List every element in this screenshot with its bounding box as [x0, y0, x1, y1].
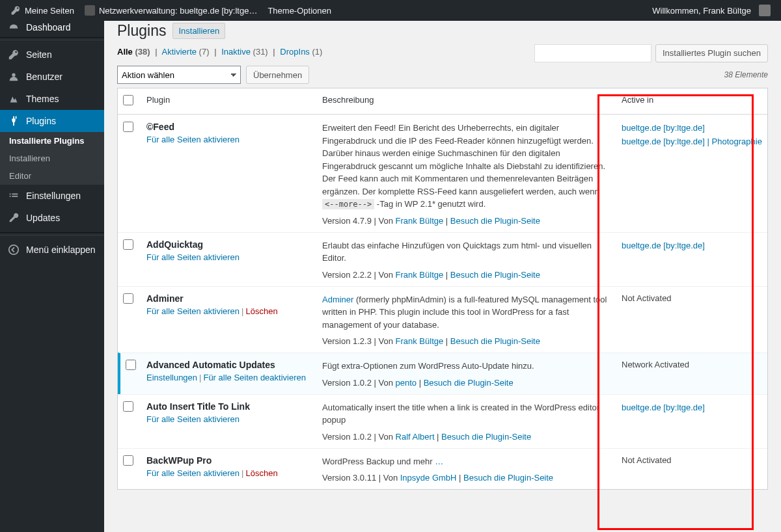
table-row: Advanced Automatic UpdatesEinstellungen|… [118, 352, 767, 394]
active-site-link[interactable]: bueltge.de [by:ltge.de] [622, 122, 762, 135]
avatar [759, 5, 771, 16]
active-in-cell: Network Activated [616, 352, 767, 394]
select-all-checkbox[interactable] [123, 95, 133, 105]
network-admin-link[interactable]: Netzwerkverwaltung: bueltge.de [by:ltge… [79, 0, 263, 21]
account-link[interactable]: Willkommen, Frank Bültge [647, 0, 776, 21]
sidebar-item-einstellungen[interactable]: Einstellungen [0, 185, 104, 207]
plugin-meta: Version 1.0.2 | Von Ralf Albert | Besuch… [322, 432, 611, 442]
key-icon [10, 5, 21, 16]
sidebar-benutzer-label: Benutzer [26, 72, 62, 82]
row-action-link[interactable]: Für alle Seiten aktivieren [146, 414, 240, 424]
submenu-install[interactable]: Installieren [0, 150, 104, 167]
row-action-link[interactable]: Für alle Seiten aktivieren [146, 306, 240, 316]
row-checkbox[interactable] [123, 401, 133, 412]
active-site-link[interactable]: bueltge.de [by:ltge.de] | Photographie [622, 135, 762, 149]
svg-point-0 [9, 245, 18, 254]
submenu-installed-plugins[interactable]: Installierte Plugins [0, 132, 104, 150]
dashboard-icon [8, 21, 20, 33]
plugin-icon [8, 115, 20, 127]
col-description: Beschreibung [317, 88, 616, 114]
author-link[interactable]: Frank Bültge [396, 270, 444, 280]
row-action-link[interactable]: Löschen [245, 468, 277, 478]
plugin-meta: Version 1.0.2 | Von pento | Besuch die P… [322, 378, 611, 388]
row-checkbox[interactable] [123, 239, 133, 250]
plugin-description: Erlaubt das einfache Hinzufügen von Quic… [322, 239, 611, 265]
sidebar-item-benutzer[interactable]: Benutzer [0, 66, 104, 88]
table-row: AdminerFür alle Seiten aktivieren|Lösche… [118, 286, 767, 353]
plugin-search-button[interactable]: Installiertes Plugin suchen [655, 44, 768, 62]
my-sites-label: Meine Seiten [25, 6, 74, 16]
wrench-icon [8, 212, 20, 224]
plugin-description: Automatically insert the title when a li… [322, 401, 611, 427]
my-sites-link[interactable]: Meine Seiten [5, 0, 79, 21]
row-checkbox[interactable] [123, 122, 133, 132]
network-admin-label: Netzwerkverwaltung: bueltge.de [by:ltge… [99, 6, 258, 16]
submenu-editor[interactable]: Editor [0, 167, 104, 185]
theme-options-link[interactable]: Theme-Optionen [262, 0, 336, 21]
row-action-link[interactable]: Löschen [245, 306, 277, 316]
visit-plugin-link[interactable]: Besuch die Plugin-Seite [450, 336, 540, 346]
plugin-meta: Version 1.2.3 | Von Frank Bültge | Besuc… [322, 336, 611, 346]
page-title: Plugins [117, 22, 166, 40]
sidebar-item-themes[interactable]: Themes [0, 88, 104, 110]
row-action-link[interactable]: Einstellungen [146, 373, 197, 382]
sidebar-themes-label: Themes [26, 94, 59, 104]
sidebar-updates-label: Updates [26, 213, 60, 223]
apply-button[interactable]: Übernehmen [246, 66, 309, 84]
row-action-link[interactable]: Für alle Seiten aktivieren [146, 468, 240, 478]
sidebar-item-plugins[interactable]: Plugins [0, 110, 104, 132]
active-in-cell: bueltge.de [by:ltge.de]bueltge.de [by:lt… [616, 114, 767, 232]
welcome-label: Willkommen, Frank Bültge [652, 6, 751, 16]
visit-plugin-link[interactable]: Besuch die Plugin-Seite [450, 270, 540, 280]
table-row: BackWPup ProFür alle Seiten aktivieren|L… [118, 448, 767, 490]
add-new-button[interactable]: Installieren [172, 23, 225, 39]
collapse-icon [8, 244, 20, 256]
active-status: Not Activated [622, 293, 762, 303]
visit-plugin-link[interactable]: Besuch die Plugin-Seite [463, 473, 553, 483]
visit-plugin-link[interactable]: Besuch die Plugin-Seite [424, 378, 514, 388]
col-plugin: Plugin [141, 88, 317, 114]
row-action-link[interactable]: Für alle Seiten aktivieren [146, 252, 240, 262]
desc-more-link[interactable]: … [435, 457, 443, 466]
row-checkbox[interactable] [126, 360, 136, 370]
plugins-submenu: Installierte Plugins Installieren Editor [0, 132, 104, 185]
filter-active[interactable]: Aktivierte (7) [162, 47, 210, 57]
plugin-description: Adminer (formerly phpMinAdmin) is a full… [322, 293, 611, 332]
row-checkbox[interactable] [123, 455, 133, 466]
visit-plugin-link[interactable]: Besuch die Plugin-Seite [450, 216, 540, 226]
bulk-action-select[interactable]: Aktion wählen [117, 66, 241, 84]
filter-links: Alle (38) | Aktivierte (7) | Inaktive (3… [117, 47, 322, 57]
sidebar-item-seiten[interactable]: Seiten [0, 44, 104, 66]
author-link[interactable]: pento [396, 378, 417, 388]
plugin-description: WordPress Backup und mehr … [322, 455, 611, 468]
visit-plugin-link[interactable]: Besuch die Plugin-Seite [441, 432, 531, 442]
plugin-name: BackWPup Pro [146, 455, 312, 466]
row-action-link[interactable]: Für alle Seiten aktivieren [146, 135, 240, 144]
row-action-link[interactable]: Für alle Seiten deaktivieren [203, 373, 306, 382]
row-actions: Für alle Seiten aktivieren [146, 252, 312, 262]
settings-icon [8, 190, 20, 202]
plugin-name: Adminer [146, 293, 312, 304]
author-link[interactable]: Inpsyde GmbH [400, 473, 457, 483]
filter-inactive[interactable]: Inaktive (31) [221, 47, 268, 57]
author-link[interactable]: Ralf Albert [396, 432, 435, 442]
plugin-description: Erweitert den Feed! Ein Bericht des Urhe… [322, 122, 611, 211]
filter-all[interactable]: Alle (38) [117, 47, 150, 57]
author-link[interactable]: Frank Bültge [396, 216, 444, 226]
active-site-link[interactable]: bueltge.de [by:ltge.de] [622, 401, 762, 415]
sidebar-plugins-label: Plugins [26, 116, 56, 126]
row-actions: Für alle Seiten aktivieren [146, 135, 312, 144]
col-active-in: Active in [616, 88, 767, 114]
author-link[interactable]: Frank Bültge [396, 336, 444, 346]
row-checkbox[interactable] [123, 293, 133, 304]
collapse-menu[interactable]: Menü einklappen [0, 239, 104, 261]
sidebar-item-updates[interactable]: Updates [0, 207, 104, 229]
sidebar-item-dashboard[interactable]: Dashboard [0, 21, 104, 34]
admin-bar: Meine Seiten Netzwerkverwaltung: bueltge… [0, 0, 781, 21]
plugin-search-input[interactable] [534, 44, 651, 62]
filter-dropins[interactable]: DropIns (1) [280, 47, 322, 57]
active-site-link[interactable]: bueltge.de [by:ltge.de] [622, 239, 762, 253]
site-icon [85, 5, 95, 16]
active-status: Not Activated [622, 455, 762, 465]
desc-lead-link[interactable]: Adminer [322, 295, 353, 304]
